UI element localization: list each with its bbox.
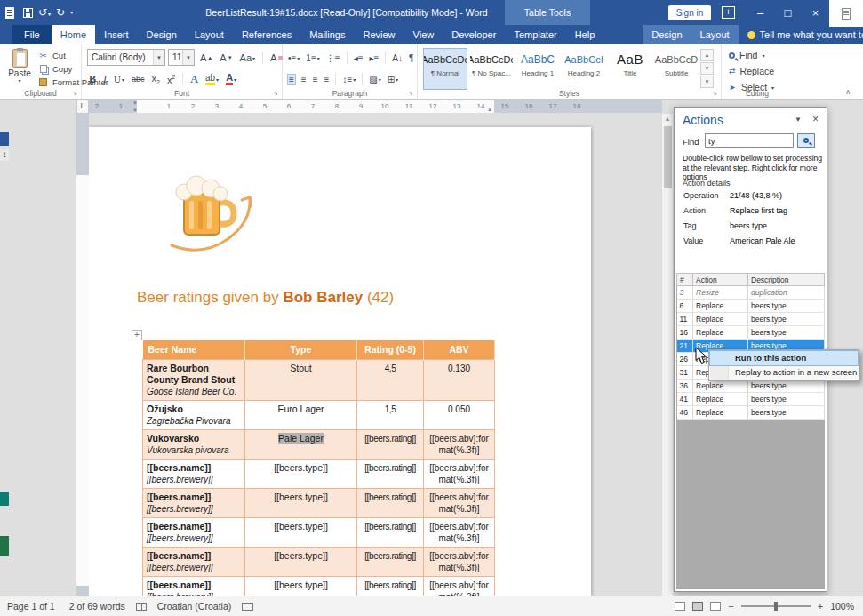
strikethrough-button[interactable]: abc — [132, 75, 145, 84]
zoom-slider-thumb[interactable] — [774, 602, 778, 611]
font-color-button[interactable]: A▾ — [226, 73, 236, 85]
action-name[interactable]: Replace — [693, 406, 748, 420]
action-description[interactable]: beers.type — [748, 313, 825, 326]
beer-table-row[interactable]: [[beers.name]] [[beers.brewery]] [[beers… — [143, 517, 495, 547]
beer-name-cell[interactable]: [[beers.name]] [[beers.brewery]] — [143, 517, 245, 547]
keyboard-icon[interactable] — [242, 603, 253, 611]
style-card[interactable]: AaBbCcDc ¶ No Spac... — [469, 48, 514, 90]
ribbon-tab[interactable]: References — [233, 25, 300, 44]
pane-find-input[interactable] — [705, 133, 794, 148]
style-card[interactable]: AaBbC Heading 1 — [515, 48, 560, 90]
column-header[interactable]: ABV — [424, 340, 495, 359]
beer-type-cell[interactable]: Pale Lager — [245, 429, 357, 459]
beer-type-cell[interactable]: [[beers.type]] — [245, 576, 357, 596]
beer-name-cell[interactable]: [[beers.name]] [[beers.brewery]] — [143, 459, 245, 488]
action-description[interactable]: duplication — [748, 286, 825, 300]
beer-table-row[interactable]: Vukovarsko Vukovarska pivovara Pale Lage… — [143, 429, 495, 459]
zoom-slider[interactable] — [741, 605, 811, 607]
action-description[interactable]: beers.type — [748, 300, 825, 313]
styles-dialog-launcher[interactable]: ↘ — [710, 89, 719, 98]
action-number[interactable]: 11 — [677, 313, 693, 326]
shrink-font-button[interactable]: A▼ — [220, 52, 232, 63]
beer-table-row[interactable]: [[beers.name]] [[beers.brewery]] [[beers… — [143, 576, 495, 596]
beer-table[interactable]: Beer Name Type Rating (0-5) ABV Rare Bou… — [142, 340, 495, 596]
ribbon-tab[interactable]: Help — [566, 25, 604, 44]
style-card[interactable]: AaBbCcD Subtitle — [654, 48, 699, 90]
tell-me-box[interactable]: Tell me what you want to do — [747, 25, 863, 44]
action-description[interactable]: beers.type — [748, 326, 825, 340]
minimize-button[interactable]: – — [747, 0, 774, 25]
beer-table-row[interactable]: Rare Bourbon County Brand Stout Goose Is… — [143, 359, 495, 400]
multilevel-list-button[interactable]: ⋮≡ — [326, 53, 340, 63]
highlight-color-button[interactable]: ab▾ — [205, 73, 219, 85]
proofing-icon[interactable] — [136, 603, 147, 611]
beer-name-cell[interactable]: [[beers.name]] [[beers.brewery]] — [143, 576, 245, 596]
action-number[interactable]: 41 — [677, 393, 693, 406]
ribbon-tab[interactable]: Home — [52, 25, 95, 44]
decrease-indent-button[interactable]: ◂≡ — [354, 53, 364, 63]
borders-button[interactable]: ⊞▾ — [388, 75, 398, 84]
zoom-in-button[interactable]: + — [818, 601, 823, 612]
action-row[interactable]: 16 Replace beers.type — [677, 326, 825, 340]
font-size-select[interactable]: 11 ▼ — [168, 49, 195, 66]
style-card[interactable]: AaB Title — [608, 48, 652, 90]
action-number[interactable]: 16 — [677, 326, 693, 340]
action-number[interactable]: 31 — [677, 366, 693, 380]
text-effects-button[interactable]: A — [190, 73, 198, 86]
actions-list[interactable]: # Action Description 3 Resize duplicatio… — [676, 273, 825, 589]
style-card[interactable]: AaBbCcDc ¶ Normal — [423, 48, 467, 90]
beer-rating-cell[interactable]: [[beers.rating]] — [357, 459, 424, 488]
dock-item-blue[interactable] — [0, 132, 9, 146]
ribbon-tab[interactable]: File — [12, 25, 52, 44]
beer-rating-cell[interactable]: 4,5 — [357, 359, 424, 400]
beer-rating-cell[interactable]: [[beers.rating]] — [357, 429, 424, 459]
action-number[interactable]: 46 — [677, 406, 693, 420]
align-center-button[interactable]: ≡ — [301, 75, 307, 84]
dock-item-t[interactable]: t — [0, 149, 9, 161]
replace-button[interactable]: ⇄ Replace — [729, 66, 774, 76]
numbering-button[interactable]: 1≡▾ — [306, 53, 319, 63]
maximize-button[interactable]: □ — [774, 0, 802, 25]
beer-abv-cell[interactable]: [[beers.abv]:format(%.3f)] — [424, 517, 495, 547]
beer-type-cell[interactable]: [[beers.type]] — [245, 459, 357, 488]
ribbon-tab[interactable]: View — [404, 25, 443, 44]
zoom-level[interactable]: 100% — [830, 601, 854, 612]
sort-button[interactable]: A↓ — [392, 53, 403, 63]
align-left-button[interactable]: ≡ — [288, 75, 295, 84]
beer-name-cell[interactable]: Rare Bourbon County Brand Stout Goose Is… — [143, 359, 245, 400]
vertical-ruler[interactable] — [76, 114, 89, 596]
beer-rating-cell[interactable]: 1,5 — [357, 400, 424, 429]
beer-table-row[interactable]: [[beers.name]] [[beers.brewery]] [[beers… — [143, 547, 495, 576]
action-number[interactable]: 21 — [677, 340, 693, 353]
beer-abv-cell[interactable]: [[beers.abv]:format(%.3f)] — [424, 547, 495, 576]
ribbon-tab[interactable]: Developer — [443, 25, 505, 44]
justify-button[interactable]: ≡ — [324, 75, 330, 84]
column-header[interactable]: Action — [693, 274, 748, 286]
action-number[interactable]: 36 — [677, 380, 693, 393]
ribbon-tab[interactable]: Templater — [505, 25, 565, 44]
tab-stop-selector[interactable]: L — [76, 100, 89, 114]
horizontal-ruler[interactable]: 21123456789101112131415161718 ▼ ▲ ▲ — [89, 100, 662, 113]
undo-button[interactable]: ↺▾ — [38, 7, 51, 18]
action-row[interactable]: 3 Resize duplication — [677, 286, 825, 300]
ribbon-tab[interactable]: Design — [643, 25, 691, 44]
close-button[interactable]: × — [802, 0, 829, 25]
right-indent-marker[interactable]: ▲ — [487, 107, 492, 112]
action-name[interactable]: Replace — [693, 313, 748, 326]
zoom-out-button[interactable]: − — [728, 601, 733, 612]
pane-close-button[interactable]: × — [812, 113, 819, 125]
column-header[interactable]: Rating (0-5) — [357, 340, 424, 359]
styles-more-button[interactable]: ▼ — [700, 76, 714, 88]
beer-name-cell[interactable]: [[beers.name]] [[beers.brewery]] — [143, 547, 245, 576]
print-layout-button[interactable] — [692, 602, 703, 611]
action-name[interactable]: Replace — [693, 326, 748, 340]
pane-dropdown-caret[interactable]: ▼ — [795, 116, 802, 124]
increase-indent-button[interactable]: ▸≡ — [369, 53, 379, 63]
beer-table-row[interactable]: Ožujsko Zagrebačka Pivovara Euro Lager 1… — [143, 400, 495, 429]
column-header[interactable]: Description — [748, 274, 825, 286]
ribbon-tab[interactable]: Design — [138, 25, 186, 44]
column-header[interactable]: Type — [245, 340, 357, 359]
document-page[interactable]: Beer ratings given by Bob Barley (42) + … — [89, 127, 591, 596]
save-button[interactable] — [23, 8, 33, 18]
action-name[interactable]: Resize — [693, 286, 748, 300]
